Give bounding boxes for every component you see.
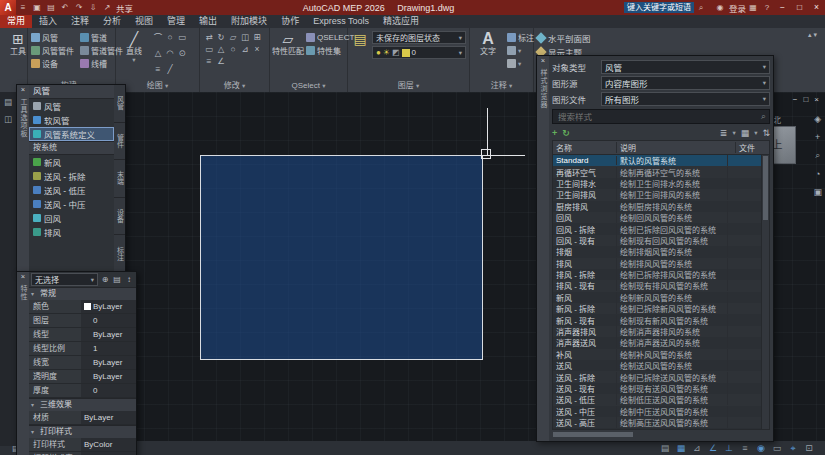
draw-panel-label[interactable]: 绘图 ▾	[116, 80, 199, 92]
dock-palette-icon[interactable]: ▤	[4, 97, 12, 107]
grid-view-icon[interactable]: ▦	[741, 128, 750, 138]
close-button[interactable]: ×	[808, 0, 825, 15]
doc-close-button[interactable]: ×	[814, 95, 819, 104]
property-row[interactable]: 线型ByLayer	[29, 328, 136, 342]
scrollbar-thumb[interactable]	[763, 156, 768, 220]
modify-tool-icon[interactable]: ▭	[203, 43, 215, 55]
scrollbar-thumb[interactable]	[553, 432, 633, 437]
回风 - 现有[interactable]: 回风 - 现有绘制现有回风风管的系统	[553, 235, 761, 246]
general-section-header[interactable]: 常规	[29, 287, 136, 300]
送风 - 低压[interactable]: 送风 - 低压绘制低压送风风管的系统	[553, 394, 761, 405]
palette-tab[interactable]: 末端	[114, 160, 125, 198]
doc-restore-button[interactable]: □	[803, 95, 808, 104]
build-tool-button[interactable]: 风管	[31, 31, 74, 44]
autocad-logo-icon[interactable]: A	[0, 0, 16, 15]
modify-panel-label[interactable]: 修改 ▾	[200, 80, 269, 92]
modify-tool-icon[interactable]: ⊿	[239, 43, 251, 55]
draw-tool-icon[interactable]: ▭	[176, 31, 188, 43]
draw-tool-icon[interactable]: ⊙	[176, 47, 188, 59]
search-icon[interactable]: ⌕	[694, 0, 708, 15]
drawing-file-dropdown[interactable]: 所有图形 ▾	[601, 92, 770, 106]
dock-palette2-icon[interactable]: ◫	[4, 114, 12, 124]
line-button[interactable]: ╱ 直线 ▾	[119, 31, 149, 79]
tool-palette-item[interactable]: 风管	[29, 99, 114, 113]
style-search-input[interactable]	[556, 111, 761, 123]
再循环空气[interactable]: 再循环空气绘制再循环空气的系统	[553, 166, 761, 177]
grid-toggle-icon[interactable]: ▦	[673, 443, 689, 454]
property-row[interactable]: 材质ByLayer	[29, 411, 136, 425]
property-row[interactable]: 厚度0	[29, 384, 136, 398]
回风[interactable]: 回风绘制回风风管的系统	[553, 212, 761, 223]
close-icon[interactable]: ×	[21, 85, 25, 95]
list-view-icon[interactable]: ≣	[720, 128, 728, 138]
model-layout-icon[interactable]: ▤	[657, 443, 673, 454]
回风 - 拆除[interactable]: 回风 - 拆除绘制已拆除回风风管的系统	[553, 223, 761, 234]
orbit-icon[interactable]: ◔	[815, 169, 820, 179]
modify-tool-icon[interactable]: ↻	[215, 31, 227, 43]
modify-tool-icon[interactable]: △	[215, 43, 227, 55]
ribbon-tab[interactable]: Express Tools	[306, 15, 376, 28]
ribbon-tab[interactable]: 精选应用	[376, 15, 426, 28]
user-icon[interactable]: ◉	[713, 0, 727, 15]
clean-screen-icon[interactable]: ⊡	[801, 443, 817, 454]
horizontal-section-button[interactable]: 水平剖面图	[537, 31, 711, 45]
modify-tool-icon[interactable]: ▱	[227, 31, 239, 43]
search-input[interactable]: 键入关键字或短语	[624, 2, 694, 13]
column-desc[interactable]: 说明	[617, 142, 736, 153]
消声器送风[interactable]: 消声器送风绘制消声器送风的系统	[553, 337, 761, 348]
system-tool-item[interactable]: 排风	[29, 225, 114, 239]
horizontal-scrollbar[interactable]	[552, 431, 770, 438]
share-label[interactable]: 共享	[116, 2, 133, 14]
property-row[interactable]: 透明度ByLayer	[29, 370, 136, 384]
ribbon-tab[interactable]: 视图	[128, 15, 160, 28]
tool-palette-item[interactable]: 软风管	[29, 113, 114, 127]
annotation-scale-icon[interactable]: ▭	[769, 443, 785, 454]
system-tool-item[interactable]: 送风 - 拆除	[29, 169, 114, 183]
sort-icon[interactable]: ⇅	[762, 128, 770, 138]
modify-tool-icon[interactable]: ∠	[215, 55, 227, 67]
select-objects-icon[interactable]: ▤	[112, 275, 122, 284]
annotate-panel-label[interactable]: 注释 ▾	[470, 80, 533, 92]
quick-select-icon[interactable]: ↕	[124, 275, 134, 284]
drawing-source-dropdown[interactable]: 内容库图形 ▾	[601, 76, 770, 90]
polar-toggle-icon[interactable]: ∠	[705, 443, 721, 454]
ribbon-tab[interactable]: 附加模块	[224, 15, 274, 28]
送风 - 高压[interactable]: 送风 - 高压绘制高压送风风管的系统	[553, 417, 761, 428]
lineweight-toggle-icon[interactable]: ≡	[737, 443, 753, 454]
system-tool-item[interactable]: 回风	[29, 211, 114, 225]
卫生间排风[interactable]: 卫生间排风绘制卫生间排风的系统	[553, 189, 761, 200]
property-row[interactable]: 线型比例1	[29, 342, 136, 356]
system-tool-item[interactable]: 送风 - 低压	[29, 183, 114, 197]
layer-properties-button[interactable]: ▤	[351, 31, 369, 79]
ribbon-tab[interactable]: 分析	[96, 15, 128, 28]
property-row[interactable]: 颜色ByLayer	[29, 300, 136, 314]
match-properties-button[interactable]: ▱ 特性匹配	[273, 31, 303, 79]
modify-tool-icon[interactable]: ×	[251, 43, 263, 55]
modify-tool-icon[interactable]: ≡	[203, 55, 215, 67]
送风 - 现有[interactable]: 送风 - 现有绘制现有送风风管的系统	[553, 383, 761, 394]
modify-tool-icon[interactable]: ⇄	[203, 31, 215, 43]
ribbon-tab[interactable]: 管理	[160, 15, 192, 28]
draw-tool-icon[interactable]: ╱	[164, 63, 176, 75]
ribbon-collapse-icon[interactable]: ▴ ▾	[808, 31, 817, 39]
送风 - 拆除[interactable]: 送风 - 拆除绘制已拆除送风风管的系统	[553, 371, 761, 382]
qselect-panel-label[interactable]: QSelect ▾	[270, 80, 347, 92]
draw-tool-icon[interactable]: △	[152, 47, 164, 59]
tracking-toggle-icon[interactable]: ◉	[753, 443, 769, 454]
property-row[interactable]: 图层0	[29, 314, 136, 328]
palette-tab[interactable]: 设备	[114, 198, 125, 236]
property-row[interactable]: 打印样式ByColor	[29, 438, 136, 452]
dynamic-input-icon[interactable]: ⌖	[785, 443, 801, 454]
close-icon[interactable]: ×	[541, 56, 545, 66]
help-search[interactable]: 键入关键字或短语 ⌕	[624, 0, 708, 15]
close-icon[interactable]: ×	[21, 272, 25, 282]
showmotion-icon[interactable]: ▣	[813, 187, 822, 197]
add-style-icon[interactable]: +	[552, 128, 557, 138]
layer-color-swatch[interactable]	[402, 49, 410, 57]
draw-tool-icon[interactable]: ⌒	[152, 31, 164, 43]
help-icon[interactable]: ?	[760, 0, 774, 15]
text-button[interactable]: A 文字	[473, 31, 503, 79]
column-file[interactable]: 文件	[736, 142, 769, 153]
ribbon-tab[interactable]: 常用	[0, 15, 32, 28]
pan-icon[interactable]: +	[815, 132, 820, 142]
